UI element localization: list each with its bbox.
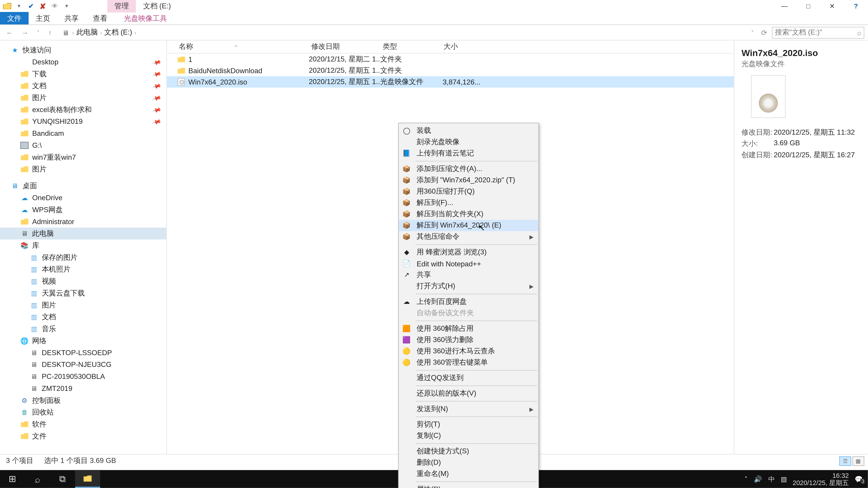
back-button[interactable]: ← (4, 28, 16, 37)
notifications-button[interactable]: 💬3 (855, 475, 863, 483)
context-menu-item[interactable]: 📦解压到(F)... (399, 197, 538, 208)
ribbon-file-tab[interactable]: 文件 (0, 12, 29, 24)
qat-check-icon[interactable]: ✔ (26, 1, 36, 11)
breadcrumb[interactable]: 🖥 › 此电脑 › 文档 (E:) › (58, 27, 745, 37)
context-menu-item[interactable]: 通过QQ发送到 (399, 372, 538, 384)
sidebar-item[interactable]: 图片📌 (0, 92, 166, 104)
sidebar-item[interactable]: 🖥ZMT2019 (0, 383, 166, 394)
qat-more-icon[interactable]: ▾ (62, 1, 71, 11)
sidebar-item[interactable]: ▥保存的图片 (0, 252, 166, 263)
context-menu-item[interactable]: ◯装载 (399, 125, 538, 136)
context-menu-item[interactable]: 📦添加到压缩文件(A)... (399, 163, 538, 175)
context-menu-item[interactable]: 📦添加到 "Win7x64_2020.zip" (T) (399, 175, 538, 186)
sidebar-item[interactable]: 文档📌 (0, 80, 166, 92)
context-menu-item[interactable]: 剪切(T) (399, 419, 538, 430)
sidebar-item[interactable]: 🖥PC-20190530OBLA (0, 370, 166, 383)
view-details-button[interactable]: ☰ (839, 456, 851, 466)
ribbon-view-tab[interactable]: 查看 (86, 12, 115, 24)
context-menu-item[interactable]: 📦解压到当前文件夹(X) (399, 208, 538, 220)
sidebar-item[interactable]: ☁OneDrive (0, 192, 166, 204)
sidebar-item[interactable]: excel表格制作求和📌 (0, 104, 166, 116)
start-button[interactable]: ⊞ (0, 470, 25, 488)
qat-x-icon[interactable]: ✘ (38, 1, 48, 11)
sidebar-item[interactable]: Administrator (0, 216, 166, 228)
col-type[interactable]: 类型 (380, 42, 441, 52)
context-menu-item[interactable]: 📄Edit with Notepad++ (399, 258, 538, 269)
context-menu-item[interactable]: 📦解压到 Win7x64_2020\ (E) (399, 220, 538, 231)
ime-indicator[interactable]: 中 (768, 475, 775, 484)
title-context-tab[interactable]: 管理 (107, 0, 136, 12)
ribbon-home-tab[interactable]: 主页 (29, 12, 57, 24)
sidebar-item[interactable]: 📚库 (0, 239, 166, 252)
history-dropdown-icon[interactable]: ˅ (35, 30, 42, 35)
sidebar-network[interactable]: 🌐网络 (0, 335, 166, 347)
volume-icon[interactable]: 🔊 (754, 475, 762, 483)
search-input[interactable]: 搜索"文档 (E:)" ⌕ (772, 26, 864, 38)
context-menu-item[interactable]: 重命名(M) (399, 468, 538, 480)
file-row[interactable]: BaiduNetdiskDownload2020/12/25, 星期五 1...… (167, 65, 734, 76)
context-menu-item[interactable]: ↗共享 (399, 269, 538, 281)
navigation-pane[interactable]: ★快速访问 Desktop📌下载📌文档📌图片📌excel表格制作求和📌YUNQI… (0, 40, 167, 454)
address-dropdown-icon[interactable]: ˅ (749, 30, 756, 35)
sidebar-quick-access[interactable]: ★快速访问 (0, 44, 166, 56)
search-button[interactable]: ⌕ (25, 470, 50, 488)
app-tray-icon[interactable]: ▧ (781, 475, 786, 483)
task-view-button[interactable]: ⧉ (50, 470, 75, 488)
col-name[interactable]: 名称 (177, 42, 309, 52)
context-menu-item[interactable]: 🟧使用 360解除占用 (399, 323, 538, 334)
context-menu-item[interactable]: 还原以前的版本(V) (399, 388, 538, 399)
context-menu-item[interactable]: 打开方式(H)▶ (399, 281, 538, 292)
sidebar-item[interactable]: 文件 (0, 430, 166, 442)
column-headers[interactable]: 名称 修改日期 类型 大小 (167, 40, 734, 54)
ribbon-disc-tool-tab[interactable]: 光盘映像工具 (117, 12, 174, 24)
sidebar-item[interactable]: win7重装win7 (0, 151, 166, 163)
forward-button[interactable]: → (19, 28, 31, 37)
context-menu[interactable]: ◯装载刻录光盘映像📘上传到有道云笔记📦添加到压缩文件(A)...📦添加到 "Wi… (398, 123, 539, 488)
sidebar-item[interactable]: 下载📌 (0, 68, 166, 80)
sidebar-item[interactable]: ▥本机照片 (0, 263, 166, 275)
sidebar-item[interactable]: ▥天翼云盘下载 (0, 287, 166, 299)
context-menu-item[interactable]: 复制(C) (399, 430, 538, 442)
sidebar-desktop[interactable]: 🖥桌面 (0, 180, 166, 192)
context-menu-item[interactable]: 🟡使用 360管理右键菜单 (399, 357, 538, 368)
context-menu-item[interactable]: 🟡使用 360进行木马云查杀 (399, 346, 538, 357)
context-menu-item[interactable]: 创建快捷方式(S) (399, 446, 538, 457)
context-menu-item[interactable]: ◆用 蜂蜜浏览器 浏览(3) (399, 247, 538, 258)
sidebar-item[interactable]: Bandicam (0, 127, 166, 139)
close-button[interactable]: ✕ (820, 0, 844, 12)
file-row[interactable]: 12020/12/15, 星期二 1...文件夹 (167, 54, 734, 65)
context-menu-item[interactable]: 属性(R) (399, 484, 538, 488)
help-button[interactable]: ? (844, 0, 868, 12)
sidebar-item[interactable]: ☁WPS网盘 (0, 204, 166, 216)
context-menu-item[interactable]: 发送到(N)▶ (399, 403, 538, 415)
maximize-button[interactable]: □ (796, 0, 820, 12)
context-menu-item[interactable]: 🟪使用 360强力删除 (399, 334, 538, 346)
sidebar-item[interactable]: 🖥此电脑 (0, 228, 166, 239)
file-list-pane[interactable]: 名称 修改日期 类型 大小 12020/12/15, 星期二 1...文件夹Ba… (167, 40, 734, 454)
sidebar-item[interactable]: 软件 (0, 418, 166, 430)
sidebar-item[interactable]: 🖥DESKTOP-LSSOEDP (0, 347, 166, 359)
qat-eye-icon[interactable]: 👁 (50, 1, 60, 11)
up-button[interactable]: ↑ (46, 28, 54, 37)
context-menu-item[interactable]: 📘上传到有道云笔记 (399, 148, 538, 159)
ribbon-share-tab[interactable]: 共享 (57, 12, 86, 24)
system-tray[interactable]: ˄ 🔊 中 ▧ 16:32 2020/12/25, 星期五 💬3 (740, 472, 868, 486)
col-size[interactable]: 大小 (441, 42, 483, 52)
qat-dropdown-icon[interactable]: ▾ (14, 1, 24, 11)
file-row[interactable]: Win7x64_2020.iso2020/12/25, 星期五 1...光盘映像… (167, 76, 734, 88)
breadcrumb-root[interactable]: 此电脑 (76, 27, 98, 37)
sidebar-item[interactable]: ▥视频 (0, 275, 166, 287)
sidebar-item[interactable]: 🗑回收站 (0, 406, 166, 418)
sidebar-item[interactable]: ▥文档 (0, 311, 166, 323)
sidebar-item[interactable]: 🖥DESKTOP-NJEU3CG (0, 359, 166, 370)
sidebar-item[interactable]: YUNQISHI2019📌 (0, 116, 166, 128)
context-menu-item[interactable]: 📦其他压缩命令▶ (399, 231, 538, 242)
col-date[interactable]: 修改日期 (309, 42, 380, 52)
sidebar-item[interactable]: ⚙控制面板 (0, 394, 166, 406)
breadcrumb-drive[interactable]: 文档 (E:) (104, 27, 132, 37)
sidebar-item[interactable]: ▥图片 (0, 299, 166, 311)
minimize-button[interactable]: — (773, 0, 796, 12)
explorer-taskbar-button[interactable] (75, 470, 100, 488)
sidebar-item[interactable]: ▥音乐 (0, 323, 166, 335)
taskbar-clock[interactable]: 16:32 2020/12/25, 星期五 (793, 472, 849, 486)
